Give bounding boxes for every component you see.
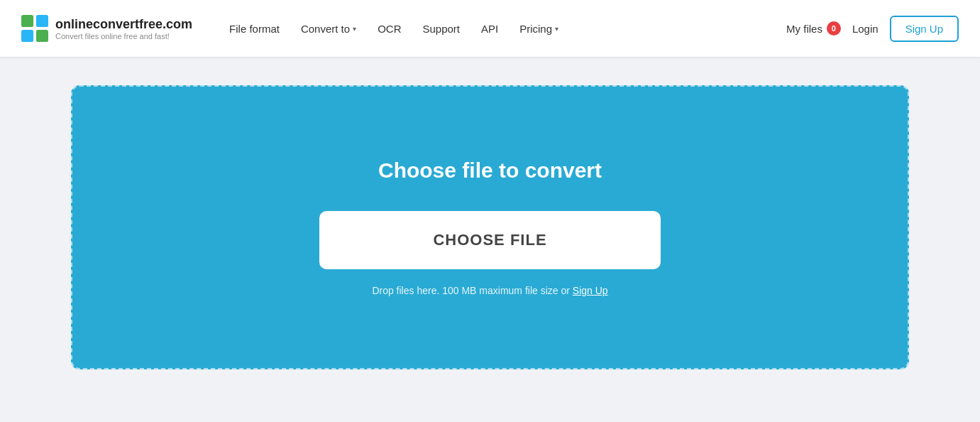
my-files-button[interactable]: My files 0 (786, 21, 841, 36)
nav-item-convert-to[interactable]: Convert to ▾ (292, 17, 365, 40)
logo-icon (21, 15, 48, 42)
brand-tagline: Convert files online free and fast! (55, 32, 192, 40)
nav-item-pricing[interactable]: Pricing ▾ (511, 17, 567, 40)
upload-drop-zone[interactable]: Choose file to convert CHOOSE FILE Drop … (71, 85, 909, 369)
chevron-down-icon: ▾ (555, 25, 558, 33)
my-files-label: My files (786, 23, 822, 35)
main-content: Choose file to convert CHOOSE FILE Drop … (0, 57, 980, 398)
main-nav: File format Convert to ▾ OCR Support API… (221, 17, 786, 40)
upload-title: Choose file to convert (378, 158, 602, 183)
svg-rect-2 (21, 30, 33, 42)
brand-name: onlineconvertfree.com (55, 17, 192, 32)
logo-text-block: onlineconvertfree.com Convert files onli… (55, 17, 192, 40)
files-count-badge: 0 (827, 21, 841, 36)
svg-rect-3 (36, 30, 48, 42)
chevron-down-icon: ▾ (353, 25, 356, 33)
svg-rect-1 (36, 15, 48, 27)
nav-item-file-format[interactable]: File format (221, 17, 288, 40)
header: onlineconvertfree.com Convert files onli… (0, 0, 980, 57)
choose-file-button[interactable]: CHOOSE FILE (319, 211, 660, 269)
svg-rect-0 (21, 15, 33, 27)
nav-item-ocr[interactable]: OCR (369, 17, 409, 40)
header-right: My files 0 Login Sign Up (786, 16, 959, 42)
signup-link[interactable]: Sign Up (573, 285, 608, 296)
drop-hint: Drop files here. 100 MB maximum file siz… (372, 285, 607, 296)
nav-item-api[interactable]: API (473, 17, 507, 40)
signup-button[interactable]: Sign Up (890, 16, 959, 42)
login-button[interactable]: Login (852, 23, 879, 35)
nav-item-support[interactable]: Support (414, 17, 468, 40)
logo-area[interactable]: onlineconvertfree.com Convert files onli… (21, 15, 192, 42)
